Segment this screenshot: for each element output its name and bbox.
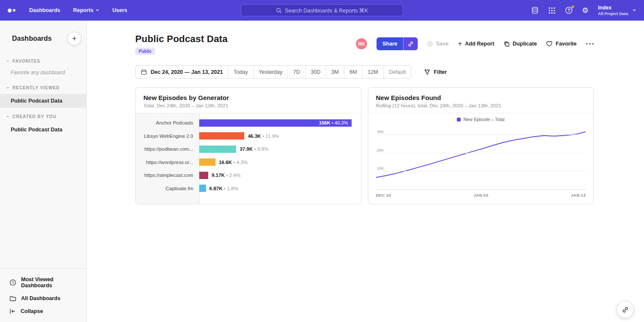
- collapse-sidebar[interactable]: Collapse: [0, 305, 86, 318]
- bar-category-label: https://wordpress.or...: [136, 160, 199, 165]
- share-button[interactable]: Share: [377, 37, 404, 50]
- section-created-by-you[interactable]: CREATED BY YOU: [0, 108, 86, 123]
- section-label: FAVORITES: [12, 59, 40, 64]
- help-icon[interactable]: ?: [565, 6, 573, 14]
- floating-link-button[interactable]: [617, 301, 634, 318]
- project-switcher[interactable]: Index All Project Data: [598, 5, 636, 16]
- preset-default[interactable]: Default: [383, 66, 411, 78]
- nav-dashboards-label: Dashboards: [29, 7, 60, 13]
- bar-value-label: 37.9K • 9.8%: [240, 146, 268, 152]
- bar[interactable]: 156K • 40.3%: [199, 119, 352, 127]
- add-report-button[interactable]: + Add Report: [458, 40, 494, 47]
- preset-7d[interactable]: 7D: [288, 66, 305, 78]
- bar[interactable]: [199, 146, 236, 153]
- search-icon: [276, 8, 282, 13]
- sidebar-title: Dashboards: [12, 35, 52, 43]
- x-tick: DEC 24: [376, 193, 391, 197]
- bar-track: 46.3K • 11.9%: [199, 132, 361, 140]
- bar-category-label: https://simplecast.com: [136, 173, 199, 178]
- save-button[interactable]: Save: [427, 41, 448, 47]
- favorite-button[interactable]: Favorite: [546, 41, 577, 47]
- heart-icon: [546, 41, 553, 47]
- logo-dot: [8, 9, 12, 12]
- filter-button[interactable]: Filter: [424, 69, 447, 75]
- y-tick: 30K: [377, 129, 384, 134]
- section-recently-viewed[interactable]: RECENTLY VIEWED: [0, 79, 86, 94]
- bar-track: 9.17K • 2.4%: [199, 172, 361, 179]
- bar[interactable]: [199, 172, 208, 179]
- more-options-button[interactable]: [586, 43, 594, 45]
- topbar: Dashboards Reports Users Search Dashboar…: [0, 0, 644, 21]
- collapse-icon: [9, 308, 16, 314]
- all-dashboards[interactable]: All Dashboards: [0, 292, 86, 305]
- sidebar-item-public-podcast-data-created[interactable]: Public Podcast Data: [0, 123, 86, 137]
- date-range-label: Dec 24, 2020 — Jan 13, 2021: [151, 69, 223, 75]
- section-label: RECENTLY VIEWED: [12, 85, 60, 90]
- bar-chart: Anchor Podcasts156K • 40.3%Libsyn WebEng…: [136, 113, 361, 204]
- header-actions: RH Share Save + Add Report: [356, 33, 594, 50]
- nav-dashboards[interactable]: Dashboards: [29, 7, 60, 13]
- folder-icon: [9, 295, 16, 301]
- x-axis-labels: DEC 24 JAN 03 JAN 13: [376, 190, 586, 200]
- add-dashboard-button[interactable]: +: [67, 32, 81, 46]
- line-chart-svg[interactable]: [376, 125, 586, 189]
- search-placeholder: Search Dashboards & Reports ⌘K: [285, 7, 368, 14]
- bar[interactable]: [199, 158, 216, 166]
- nav-users[interactable]: Users: [112, 7, 127, 13]
- sidebar: Dashboards + FAVORITES Favorite any dash…: [0, 21, 87, 322]
- plus-icon: +: [458, 40, 462, 47]
- nav-reports[interactable]: Reports: [73, 7, 99, 13]
- avatar[interactable]: RH: [356, 38, 367, 49]
- filter-label: Filter: [434, 69, 447, 75]
- bar-track: 37.9K • 9.8%: [199, 146, 361, 153]
- page-title: Public Podcast Data: [135, 33, 228, 45]
- bar-value-label: 16.6K • 4.3%: [219, 160, 248, 165]
- bar[interactable]: [199, 132, 244, 140]
- bar-row: Libsyn WebEngine 2.046.3K • 11.9%: [136, 130, 361, 143]
- sidebar-item-public-podcast-data[interactable]: Public Podcast Data: [0, 94, 86, 108]
- copy-icon: [504, 41, 510, 47]
- data-sources-icon[interactable]: [531, 6, 539, 14]
- report-card-episodes-found: New Episodes Found Rolling (12 hours), t…: [368, 87, 594, 204]
- section-favorites[interactable]: FAVORITES: [0, 52, 86, 67]
- logo-dot: [13, 9, 15, 12]
- y-tick: 20K: [377, 148, 384, 152]
- app-logo[interactable]: [8, 9, 15, 12]
- footer-item-label: Most Viewed Dashboards: [21, 276, 78, 289]
- gridline: [376, 134, 586, 135]
- line-series: [376, 132, 586, 177]
- link-icon: [622, 306, 629, 313]
- bar-track: 156K • 40.3%: [199, 119, 361, 127]
- clock-icon: [9, 279, 16, 286]
- preset-30d[interactable]: 30D: [305, 66, 326, 78]
- svg-text:?: ?: [567, 8, 570, 13]
- preset-12m[interactable]: 12M: [362, 66, 383, 78]
- apps-grid-icon[interactable]: [548, 7, 556, 14]
- chevron-down-icon: [632, 9, 636, 12]
- preset-today[interactable]: Today: [228, 66, 253, 78]
- settings-icon[interactable]: ⚙: [582, 7, 589, 14]
- bar-value-label: 156K • 40.3%: [319, 120, 351, 125]
- preset-6m[interactable]: 6M: [344, 66, 362, 78]
- line-plot: 10K20K30K: [376, 125, 586, 190]
- notification-dot: [571, 5, 574, 9]
- save-label: Save: [436, 41, 448, 47]
- preset-yesterday[interactable]: Yesterday: [253, 66, 288, 78]
- footer-item-label: All Dashboards: [21, 295, 61, 301]
- copy-link-button[interactable]: [403, 37, 418, 50]
- duplicate-label: Duplicate: [513, 41, 537, 47]
- date-range-picker[interactable]: Dec 24, 2020 — Jan 13, 2021: [136, 66, 228, 78]
- legend-label: New Episode – Total: [463, 117, 504, 122]
- bar-row: https://simplecast.com9.17K • 2.4%: [136, 169, 361, 182]
- bar-category-label: https://podbean.com...: [136, 146, 199, 152]
- most-viewed-dashboards[interactable]: Most Viewed Dashboards: [0, 273, 86, 292]
- preset-3m[interactable]: 3M: [326, 66, 344, 78]
- bar-row: Anchor Podcasts156K • 40.3%: [136, 116, 361, 130]
- search-input[interactable]: Search Dashboards & Reports ⌘K: [241, 4, 403, 16]
- date-controls: Dec 24, 2020 — Jan 13, 2021 Today Yester…: [135, 65, 594, 79]
- gridline: [376, 171, 586, 171]
- legend-swatch: [457, 118, 461, 122]
- duplicate-button[interactable]: Duplicate: [504, 41, 537, 47]
- report-card-episodes-by-generator: New Episodes by Generator Total, Dec 24t…: [135, 87, 361, 204]
- bar[interactable]: [199, 185, 206, 192]
